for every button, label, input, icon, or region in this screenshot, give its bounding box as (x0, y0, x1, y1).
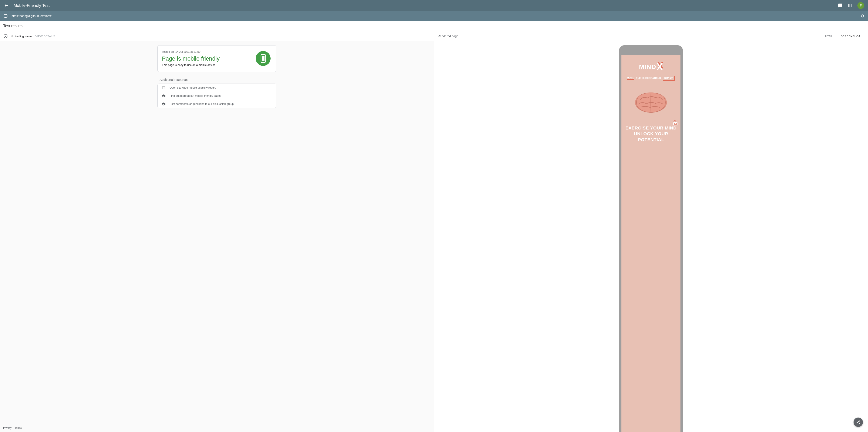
right-pane: Rendered page HTML SCREENSHOT MIND X X (434, 31, 868, 432)
right-header: Rendered page HTML SCREENSHOT (434, 31, 868, 41)
svg-point-8 (675, 123, 676, 124)
share-button[interactable] (854, 417, 863, 427)
logo-x-wrap: X X (656, 61, 663, 72)
resource-usability-report[interactable]: Open site-wide mobile usability report (158, 84, 276, 92)
lock-open-icon (673, 120, 678, 126)
graduation-cap-icon (161, 94, 166, 98)
check-circle-icon (3, 34, 8, 38)
graduation-cap-icon (161, 102, 166, 106)
result-card: Tested on: 14 Jul 2021 at 21:50 Page is … (157, 45, 276, 72)
result-text-column: Tested on: 14 Jul 2021 at 21:50 Page is … (162, 50, 256, 66)
brain-illustration (633, 89, 669, 114)
verdict-subtitle: This page is easy to use on a mobile dev… (162, 63, 253, 66)
tab-html[interactable]: HTML (821, 31, 837, 41)
site-nav: HOME GUIDED MEDITATIONS SIGN UP (627, 76, 675, 80)
resource-learn-more[interactable]: Find out more about mobile-friendly page… (158, 92, 276, 100)
verdict-title: Page is mobile friendly (162, 56, 253, 62)
results-header: Test results (0, 21, 868, 31)
back-button[interactable] (4, 3, 8, 8)
logo-text: MIND (639, 63, 656, 70)
phone-icon (259, 54, 267, 63)
refresh-button[interactable] (860, 14, 865, 18)
svg-point-1 (4, 34, 7, 38)
url-input[interactable]: https://farisgjd.github.io/mindx/ (11, 14, 860, 18)
footer: Privacy Terms (0, 424, 434, 432)
nav-signup: SIGN UP (663, 76, 675, 80)
share-icon (856, 420, 860, 424)
nav-guided: GUIDED MEDITATIONS (636, 77, 661, 79)
arrow-left-icon (4, 3, 8, 8)
status-text: No loading issues (11, 35, 32, 38)
tabs: HTML SCREENSHOT (821, 31, 864, 41)
tagline: EXERCISE YOUR MIND UNLOCK YOUR POTENTIAL (622, 125, 680, 142)
avatar[interactable]: F (857, 2, 864, 9)
resources-card: Open site-wide mobile usability report F… (157, 84, 276, 108)
svg-rect-3 (262, 56, 265, 61)
results-title: Test results (3, 24, 23, 28)
footer-privacy[interactable]: Privacy (3, 427, 11, 429)
feedback-icon (838, 3, 842, 8)
app-header: Mobile-Friendly Test F (0, 0, 868, 11)
preview-area: MIND X X HOME GUIDED MEDITATIONS SIGN UP (434, 41, 868, 432)
rendered-page-label: Rendered page (438, 34, 822, 38)
logo-x: X (656, 61, 663, 72)
url-bar: https://farisgjd.github.io/mindx/ (0, 11, 868, 21)
status-bar: No loading issues VIEW DETAILS (0, 31, 434, 41)
resource-label: Open site-wide mobile usability report (169, 86, 216, 89)
web-page-icon (161, 86, 166, 90)
additional-resources-heading: Additional resources (157, 78, 276, 81)
device-screen: MIND X X HOME GUIDED MEDITATIONS SIGN UP (621, 55, 680, 432)
page-title: Mobile-Friendly Test (13, 3, 838, 8)
split-pane: No loading issues VIEW DETAILS Tested on… (0, 31, 868, 432)
left-content: Tested on: 14 Jul 2021 at 21:50 Page is … (0, 41, 434, 432)
tab-screenshot[interactable]: SCREENSHOT (837, 31, 864, 41)
footer-terms[interactable]: Terms (14, 427, 22, 429)
refresh-icon (860, 14, 865, 18)
device-frame: MIND X X HOME GUIDED MEDITATIONS SIGN UP (619, 45, 683, 432)
resource-discussion[interactable]: Post comments or questions to our discus… (158, 100, 276, 108)
tagline-line2: UNLOCK YOUR (625, 131, 677, 137)
apps-grid-icon (847, 3, 852, 8)
header-actions: F (838, 2, 864, 9)
site-logo: MIND X X (639, 61, 663, 72)
tagline-line1: EXERCISE YOUR MIND (625, 125, 677, 131)
resource-label: Find out more about mobile-friendly page… (169, 94, 221, 97)
resource-label: Post comments or questions to our discus… (169, 102, 234, 106)
tagline-line3: POTENTIAL (625, 137, 677, 142)
feedback-button[interactable] (838, 3, 842, 8)
apps-button[interactable] (847, 3, 852, 8)
nav-home: HOME (627, 77, 634, 80)
globe-icon (3, 14, 8, 18)
tested-on-label: Tested on: 14 Jul 2021 at 21:50 (162, 50, 253, 53)
mobile-friendly-badge (256, 51, 271, 66)
left-pane: No loading issues VIEW DETAILS Tested on… (0, 31, 434, 432)
view-details-button[interactable]: VIEW DETAILS (35, 35, 56, 38)
